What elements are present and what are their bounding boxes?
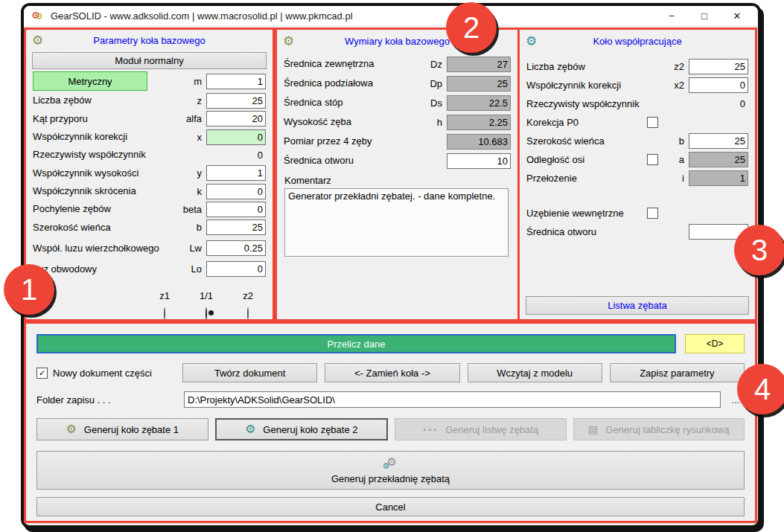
teeth-input[interactable]	[206, 93, 266, 109]
label-p0-correction: Korekcja P0	[526, 118, 647, 128]
shortcut-d-button[interactable]: <D>	[685, 334, 745, 353]
generate-row: ⚙ Generuj koło zębate 1 ⚙ Generuj koło z…	[36, 418, 745, 440]
rack-button[interactable]: Listwa zębata	[526, 296, 749, 315]
tooth-height-output	[447, 115, 511, 130]
radio-label-z2: z2	[227, 290, 269, 301]
row-face-width: Szerokość wieńca b	[26, 219, 273, 237]
module-input[interactable]	[206, 74, 266, 89]
maximize-button[interactable]: □	[688, 6, 721, 25]
gear-select-radios	[144, 308, 273, 319]
gear-icon: ⚙	[245, 423, 255, 435]
label-real-coefficient-2: Rzeczywisty współczynnik	[526, 99, 646, 109]
generate-gear-1-label: Generuj koło zębate 1	[84, 424, 179, 435]
span-measurement-output	[447, 134, 511, 150]
gear-pair-icon: ⚙ ⚙	[383, 457, 399, 472]
axis-distance-output	[689, 152, 748, 167]
row-real-coefficient-2: Rzeczywisty współczynnik 0	[520, 94, 755, 113]
height-coefficient-input[interactable]	[206, 165, 266, 181]
save-parameters-button[interactable]: Zapisz parametry	[610, 363, 745, 382]
close-button[interactable]: ✕	[721, 6, 753, 25]
panel-base-gear-params: ⚙ Parametry koła bazowego Moduł normalny…	[24, 28, 275, 321]
row-shortening-coefficient: Współczynnik skrócenia k	[26, 182, 273, 200]
axis-distance-checkbox[interactable]	[647, 154, 658, 165]
radio-z1[interactable]	[164, 307, 165, 320]
row-span-measurement: Pomiar przez 4 zęby	[277, 132, 517, 151]
cancel-button[interactable]: Cancel	[36, 497, 745, 516]
radio-z2[interactable]	[247, 307, 249, 320]
label-pressure-angle: Kąt przyporu	[33, 114, 176, 124]
panel-base-gear-dimensions: ⚙ Wymiary koła bazowego Średnica zewnętr…	[275, 28, 520, 321]
tip-clearance-input[interactable]	[206, 240, 266, 256]
radio-1-1[interactable]	[205, 307, 207, 320]
generate-title-block-label: Generuj tabliczkę rysunkową	[605, 424, 729, 435]
generate-gear-2-button[interactable]: ⚙ Generuj koło zębate 2	[215, 418, 389, 440]
panel-mating-gear: ⚙ Koło współpracujące Liczba zębów z2 Ws…	[517, 28, 757, 321]
new-document-option: ✓ Nowy dokument części	[36, 368, 175, 379]
generate-gear-2-label: Generuj koło zębate 2	[263, 424, 357, 435]
save-folder-label: Folder zapisu . . .	[36, 394, 178, 406]
real-coefficient-2-value: 0	[687, 98, 748, 109]
p0-correction-checkbox[interactable]	[647, 117, 658, 128]
row-correction: Współczynnik korekcji x	[26, 128, 273, 146]
face-width-2-input[interactable]	[689, 133, 748, 149]
swap-gears-button[interactable]: <- Zamień koła ->	[325, 363, 459, 382]
label-helix-angle: Pochylenie zębów	[33, 204, 176, 214]
label-teeth-2: Liczba zębów	[526, 62, 647, 72]
recalculate-button[interactable]: Przelicz dane	[36, 334, 676, 353]
generate-gear-pair-button[interactable]: ⚙ ⚙ Generuj przekładnię zębatą	[36, 451, 745, 490]
row-height-coefficient: Współczynnik wysokości y	[26, 164, 273, 182]
correction-2-input[interactable]	[689, 77, 748, 93]
row-internal-teeth: Uzębienie wewnętrzne	[520, 204, 755, 222]
row-helix-angle: Pochylenie zębów beta	[26, 200, 273, 218]
gear-select-labels: z1 1/1 z2	[144, 290, 273, 301]
label-teeth: Liczba zębów	[33, 95, 176, 106]
panel1-header: ⚙ Parametry koła bazowego	[26, 30, 273, 48]
load-from-model-button[interactable]: Wczytaj z modelu	[468, 363, 602, 382]
label-correction: Współczynnik korekcji	[33, 132, 176, 142]
gear-icon: ⚙	[66, 423, 76, 435]
modul-normalny-button[interactable]: Moduł normalny	[32, 52, 267, 69]
row-correction-2: Współczynnik korekcji x2	[520, 76, 755, 94]
helix-angle-input[interactable]	[206, 202, 266, 217]
ratio-output	[689, 170, 748, 186]
shortening-coefficient-input[interactable]	[206, 184, 266, 199]
generate-rack-label: Generuj listwę zębatą	[445, 424, 538, 435]
label-backlash: Luz obwodowy	[33, 264, 176, 275]
generate-rack-button: ▲▲▲ Generuj listwę zębatą	[395, 418, 567, 440]
pressure-angle-input[interactable]	[206, 111, 266, 126]
label-tooth-height: Wysokość zęba	[284, 117, 423, 127]
minimize-button[interactable]: −	[655, 6, 688, 25]
bore-diameter-input[interactable]	[447, 153, 511, 169]
row-outer-diameter: Średnica zewnętrzna Dz	[277, 54, 517, 74]
row-bore-diameter-2: Średnica otworu	[520, 222, 755, 241]
annotation-circle-1: 1	[4, 264, 54, 315]
save-folder-input[interactable]	[184, 391, 721, 408]
label-ratio: Przełożenie	[526, 173, 647, 184]
create-document-button[interactable]: Twórz dokument	[182, 363, 317, 382]
generate-title-block-button: ▤ Generuj tabliczkę rysunkową	[573, 418, 745, 440]
sym-m: m	[176, 76, 202, 87]
row-teeth-2: Liczba zębów z2	[520, 57, 755, 76]
backlash-input[interactable]	[206, 261, 266, 277]
comment-textarea[interactable]: Generator przekładni zębatej. - dane kom…	[284, 188, 509, 257]
label-axis-distance: Odległość osi	[526, 155, 647, 165]
window-title: GearSOLID - www.adksolid.com | www.macro…	[51, 10, 655, 22]
face-width-input[interactable]	[206, 219, 266, 235]
label-bore-diameter: Średnica otworu	[284, 156, 423, 166]
correction-input[interactable]	[206, 129, 266, 145]
generate-gear-1-button[interactable]: ⚙ Generuj koło zębate 1	[36, 418, 208, 440]
new-document-checkbox[interactable]: ✓	[36, 368, 48, 379]
internal-teeth-checkbox[interactable]	[647, 208, 658, 219]
metric-button[interactable]: Metryczny	[33, 71, 147, 91]
label-correction-2: Współczynnik korekcji	[526, 80, 647, 91]
generate-gear-pair-label: Generuj przekładnię zębatą	[331, 473, 450, 484]
label-outer-diameter: Średnica zewnętrzna	[284, 59, 423, 69]
label-root-diameter: Średnica stóp	[284, 97, 423, 108]
row-p0-correction: Korekcja P0	[520, 113, 755, 132]
gear-icon: ⚙	[283, 35, 301, 48]
comment-label: Komentarz	[277, 170, 517, 188]
row-backlash: Luz obwodowy Lo	[26, 260, 273, 278]
teeth-2-input[interactable]	[689, 59, 748, 74]
app-gear-icon-2: ⚙	[35, 11, 43, 22]
row-teeth: Liczba zębów z	[26, 92, 273, 109]
